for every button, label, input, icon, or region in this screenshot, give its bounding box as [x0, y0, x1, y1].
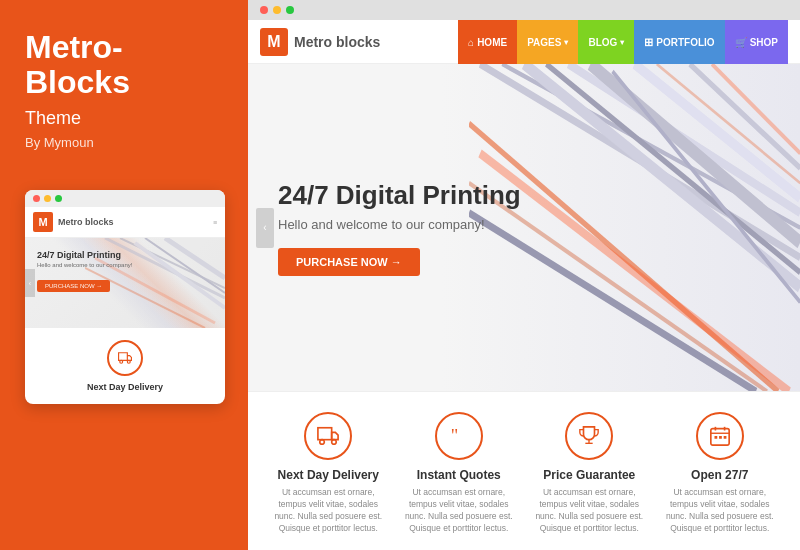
hero-content: 24/7 Digital Printing Hello and welcome … — [278, 180, 521, 276]
hero-section: ‹ 24/7 Digital Printing Hello and welcom… — [248, 64, 800, 391]
feature-quotes: " Instant Quotes Ut accumsan est ornare,… — [394, 412, 525, 535]
website-logo: M Metro blocks — [260, 28, 380, 56]
delivery-icon-circle — [304, 412, 352, 460]
feature-quotes-title: Instant Quotes — [402, 468, 517, 482]
blog-chevron: ▾ — [620, 38, 624, 47]
mobile-dot-yellow — [44, 195, 51, 202]
trophy-icon — [578, 425, 600, 447]
nav-home[interactable]: ⌂ HOME — [458, 20, 517, 64]
svg-rect-35 — [719, 436, 722, 439]
browser-maximize-dot — [286, 6, 294, 14]
svg-point-8 — [127, 361, 130, 364]
nav-home-label: HOME — [477, 37, 507, 48]
shop-icon: 🛒 — [735, 37, 747, 48]
svg-point-25 — [320, 440, 325, 445]
mobile-logo-text: Metro blocks — [58, 217, 114, 227]
theme-title: Metro-Blocks — [25, 30, 223, 100]
hero-purchase-button[interactable]: PURCHASE NOW → — [278, 248, 420, 276]
nav-blog[interactable]: BLOG ▾ — [578, 20, 634, 64]
svg-point-26 — [332, 440, 337, 445]
browser-bar — [248, 0, 800, 20]
mobile-logo-letter: M — [33, 212, 53, 232]
home-icon: ⌂ — [468, 37, 474, 48]
mobile-nav: M Metro blocks ≡ — [25, 207, 225, 238]
website-nav: M Metro blocks ⌂ HOME PAGES ▾ BLOG ▾ ⊞ — [248, 20, 800, 64]
feature-delivery-desc: Ut accumsan est ornare, tempus velit vit… — [271, 487, 386, 535]
feature-price: Price Guarantee Ut accumsan est ornare, … — [524, 412, 655, 535]
nav-portfolio-label: PORTFOLIO — [656, 37, 714, 48]
theme-author: By Mymoun — [25, 135, 223, 150]
right-panel: M Metro blocks ⌂ HOME PAGES ▾ BLOG ▾ ⊞ — [248, 0, 800, 550]
quotes-icon-circle: " — [435, 412, 483, 460]
mobile-hero-subtitle: Hello and welcome to our company! — [37, 262, 213, 268]
portfolio-icon: ⊞ — [644, 36, 653, 49]
nav-shop-label: SHOP — [750, 37, 778, 48]
theme-subtitle: Theme — [25, 108, 223, 129]
feature-open-title: Open 27/7 — [663, 468, 778, 482]
mobile-mockup: M Metro blocks ≡ ‹ 24/7 Digital Printing… — [25, 190, 225, 404]
mobile-feature-section: Next Day Delivery — [25, 328, 225, 404]
mobile-hero-section: ‹ 24/7 Digital Printing Hello and welcom… — [25, 238, 225, 328]
nav-portfolio[interactable]: ⊞ PORTFOLIO — [634, 20, 724, 64]
feature-open-desc: Ut accumsan est ornare, tempus velit vit… — [663, 487, 778, 535]
nav-pages[interactable]: PAGES ▾ — [517, 20, 578, 64]
svg-rect-24 — [318, 428, 332, 440]
logo-text: Metro blocks — [294, 34, 380, 50]
feature-open: Open 27/7 Ut accumsan est ornare, tempus… — [655, 412, 786, 535]
svg-rect-36 — [723, 436, 726, 439]
svg-line-3 — [85, 268, 205, 328]
feature-quotes-desc: Ut accumsan est ornare, tempus velit vit… — [402, 487, 517, 535]
mobile-purchase-button[interactable]: PURCHASE NOW → — [37, 280, 110, 292]
browser-minimize-dot — [273, 6, 281, 14]
truck-icon — [317, 425, 339, 447]
hero-prev-button[interactable]: ‹ — [256, 208, 274, 248]
feature-price-title: Price Guarantee — [532, 468, 647, 482]
website-preview: M Metro blocks ⌂ HOME PAGES ▾ BLOG ▾ ⊞ — [248, 20, 800, 550]
nav-shop[interactable]: 🛒 SHOP — [725, 20, 788, 64]
feature-delivery-title: Next Day Delivery — [271, 468, 386, 482]
quote-icon: " — [448, 425, 470, 447]
svg-text:": " — [451, 426, 458, 446]
logo-letter: M — [260, 28, 288, 56]
browser-close-dot — [260, 6, 268, 14]
calendar-icon — [709, 425, 731, 447]
calendar-icon-circle — [696, 412, 744, 460]
pages-chevron: ▾ — [564, 38, 568, 47]
mobile-feature-title: Next Day Delivery — [87, 382, 163, 392]
nav-blog-label: BLOG — [588, 37, 617, 48]
svg-rect-34 — [714, 436, 717, 439]
mobile-dot-green — [55, 195, 62, 202]
left-panel: Metro-Blocks Theme By Mymoun M Metro blo… — [0, 0, 248, 550]
nav-pages-label: PAGES — [527, 37, 561, 48]
feature-delivery: Next Day Delivery Ut accumsan est ornare… — [263, 412, 394, 535]
mobile-prev-btn[interactable]: ‹ — [25, 269, 35, 297]
hero-title: 24/7 Digital Printing — [278, 180, 521, 211]
mobile-delivery-icon-circle — [107, 340, 143, 376]
hero-subtitle: Hello and welcome to our company! — [278, 217, 521, 232]
nav-items: ⌂ HOME PAGES ▾ BLOG ▾ ⊞ PORTFOLIO 🛒 S — [458, 20, 788, 63]
price-icon-circle — [565, 412, 613, 460]
feature-price-desc: Ut accumsan est ornare, tempus velit vit… — [532, 487, 647, 535]
mobile-truck-icon — [118, 351, 132, 365]
mobile-header-bar — [25, 190, 225, 207]
mobile-hero-title: 24/7 Digital Printing — [37, 250, 213, 260]
svg-point-7 — [120, 361, 123, 364]
mobile-dot-red — [33, 195, 40, 202]
features-section: Next Day Delivery Ut accumsan est ornare… — [248, 391, 800, 550]
